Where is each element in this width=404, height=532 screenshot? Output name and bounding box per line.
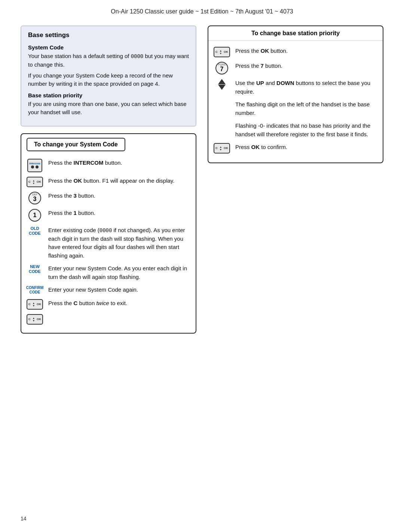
- header-title: On-Air 1250 Classic user guide ~ 1st Edi…: [111, 8, 293, 15]
- ok-btn-visual-3: C ▲ ▼ OK: [27, 314, 43, 325]
- step-new-code: NEWCODE Enter your new System Code. As y…: [21, 264, 196, 281]
- page-header: On-Air 1250 Classic user guide ~ 1st Edi…: [0, 0, 404, 22]
- confirm-code-label: CONFIRMCODE: [26, 286, 44, 295]
- priority-ok-visual: C ▲ ▼ OK: [214, 47, 230, 57]
- ok-button-icon-1: C ▲ ▼ OK: [27, 176, 43, 187]
- base-settings-box: Base settings System Code Your base stat…: [21, 25, 196, 127]
- up-down-visual: [218, 79, 226, 90]
- ok-button-icon-2: C ▲ ▼ OK: [27, 298, 43, 310]
- new-code-icon: NEWCODE: [27, 264, 43, 274]
- right-column: To change base station priority C ▲ ▼ OK…: [208, 25, 383, 334]
- step-3-text: Press the 3 button.: [48, 191, 190, 200]
- ok-btn-visual: C ▲ ▼ OK: [27, 177, 43, 187]
- button-1-icon: 1: [27, 208, 43, 222]
- ok-btn-visual-2: C ▲ ▼ OK: [27, 299, 43, 310]
- flash2-icon: [214, 121, 230, 122]
- system-code-p2: If you change your System Code keep a re…: [28, 72, 189, 88]
- step-intercom-text: Press the INTERCOM button.: [48, 158, 190, 167]
- step-new-code-text: Enter your new System Code. As you enter…: [48, 264, 190, 281]
- up-down-icon: [214, 78, 230, 90]
- new-code-label: NEWCODE: [29, 264, 41, 274]
- ok-button-icon-3: C ▲ ▼ OK: [27, 313, 43, 325]
- btn-1-visual: 1: [28, 209, 41, 222]
- priority-step-flash2: Flashing -0- indicates that no base has …: [208, 121, 383, 139]
- step-confirm-code: CONFIRMCODE Enter your new System Code a…: [21, 285, 196, 295]
- step-intercom: Intercom Press the INTERCOM button.: [21, 158, 196, 172]
- confirm-code-icon: CONFIRMCODE: [27, 285, 43, 295]
- ok-confirm-visual: C ▲ ▼ OK: [214, 143, 230, 153]
- system-code-box-title: To change your System Code: [27, 138, 125, 151]
- priority-step-7-text: Press the 7 button.: [235, 61, 377, 70]
- step-old-code-text: Enter existing code (0000 if not changed…: [48, 225, 190, 260]
- priority-step-updown-text: Use the UP and DOWN buttons to select th…: [235, 78, 377, 96]
- step-ok1: C ▲ ▼ OK Press the OK button. F1 will ap…: [21, 176, 196, 187]
- priority-step-updown: Use the UP and DOWN buttons to select th…: [208, 78, 383, 96]
- priority-step-ok-confirm: C ▲ ▼ OK Press OK to confirm.: [208, 142, 383, 153]
- step-old-code: OLDCODE Enter existing code (0000 if not…: [21, 225, 196, 260]
- step-3: DEF 3 Press the 3 button.: [21, 191, 196, 204]
- base-priority-text: If you are using more than one base, you…: [28, 100, 189, 117]
- step-confirm-code-text: Enter your new System Code again.: [48, 285, 190, 294]
- left-column: Base settings System Code Your base stat…: [21, 25, 196, 334]
- base-priority-heading: Base station priority: [28, 92, 189, 98]
- system-code-box: To change your System Code Intercom Pres…: [21, 133, 196, 334]
- down-arrow: [218, 85, 226, 90]
- step-extra-ok-text: [48, 313, 190, 314]
- flash1-icon: [214, 100, 230, 100]
- up-arrow: [218, 79, 226, 84]
- priority-step-ok-text: Press the OK button.: [235, 46, 377, 55]
- base-settings-title: Base settings: [28, 31, 189, 39]
- priority-step-flash1-text: The flashing digit on the left of the ha…: [235, 100, 377, 117]
- system-code-heading: System Code: [28, 44, 189, 51]
- priority-step-7: PQRS 7 Press the 7 button.: [208, 61, 383, 75]
- step-c-twice: C ▲ ▼ OK Press the C button twice to exi…: [21, 298, 196, 310]
- priority-step-flash2-text: Flashing -0- indicates that no base has …: [235, 121, 377, 139]
- priority-ok-icon: C ▲ ▼ OK: [214, 46, 230, 57]
- intercom-icon: Intercom: [27, 158, 43, 172]
- ok-confirm-icon: C ▲ ▼ OK: [214, 142, 230, 153]
- priority-step-ok-confirm-text: Press OK to confirm.: [235, 142, 377, 152]
- step-1: 1 Press the 1 button.: [21, 208, 196, 222]
- step-extra-ok: C ▲ ▼ OK: [21, 313, 196, 325]
- old-code-icon: OLDCODE: [27, 225, 43, 236]
- intercom-button-icon: Intercom: [27, 159, 42, 172]
- base-priority-box: To change base station priority C ▲ ▼ OK…: [208, 25, 383, 163]
- step-1-text: Press the 1 button.: [48, 208, 190, 218]
- priority-step-flash1: The flashing digit on the left of the ha…: [208, 100, 383, 117]
- step-c-twice-text: Press the C button twice to exit.: [48, 298, 190, 308]
- page-number: 14: [21, 516, 27, 522]
- button-3-icon: DEF 3: [27, 191, 43, 204]
- btn-3-visual: DEF 3: [28, 192, 41, 204]
- btn-7-visual: PQRS 7: [215, 62, 228, 75]
- priority-step-ok: C ▲ ▼ OK Press the OK button.: [208, 46, 383, 57]
- button-7-icon: PQRS 7: [214, 61, 230, 75]
- system-code-p1: Your base station has a default setting …: [28, 52, 189, 69]
- base-priority-title: To change base station priority: [208, 26, 383, 41]
- step-ok1-text: Press the OK button. F1 will appear on t…: [48, 176, 190, 185]
- old-code-label: OLDCODE: [29, 226, 41, 236]
